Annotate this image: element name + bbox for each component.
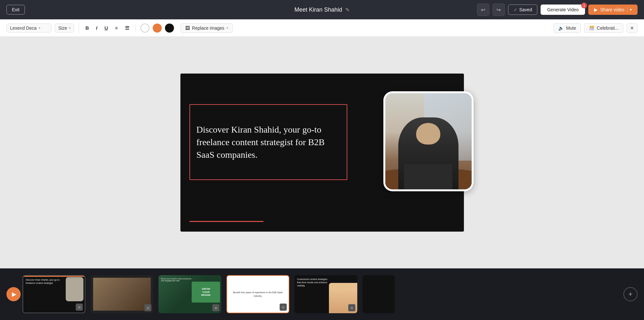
layers-icon-4: ⊞ bbox=[282, 305, 284, 309]
color-black-swatch[interactable] bbox=[165, 24, 174, 33]
layers-icon: ⊞ bbox=[78, 305, 81, 309]
photo-laptop bbox=[404, 164, 452, 189]
top-bar-center: Meet Kiran Shahid ✎ bbox=[294, 6, 350, 13]
thumb-3-photo: Boost your brand's online presence and e… bbox=[159, 275, 221, 313]
celebration-button[interactable]: 🎊 Celebrati... bbox=[584, 23, 623, 33]
top-bar-right: ↩ ↪ ✓ Saved Generate Video 1 ▶ Share vid… bbox=[477, 4, 638, 16]
share-video-button[interactable]: ▶ Share video ▾ bbox=[588, 5, 638, 15]
text-selection-box[interactable]: Discover Kiran Shahid, your go-to freela… bbox=[189, 104, 347, 180]
toolbar: Lexend Deca ▾ Size ▾ B I U ≡ ☰ 🖼 Replace… bbox=[0, 19, 644, 37]
separator-2 bbox=[136, 24, 136, 33]
thumb-1-photo bbox=[66, 277, 83, 301]
thumb-2-content bbox=[91, 275, 153, 313]
share-icon: ▶ bbox=[594, 7, 598, 12]
thumb-4-badge: ⊞ bbox=[280, 304, 287, 311]
thumb-6-content bbox=[362, 275, 395, 313]
slide-main-text: Discover Kiran Shahid, your go-to freela… bbox=[197, 123, 340, 161]
thumbnail-4[interactable]: Benefit from years of experience in the … bbox=[226, 275, 289, 313]
font-selector[interactable]: Lexend Deca ▾ bbox=[6, 24, 52, 33]
text-underline-accent bbox=[189, 221, 264, 222]
thumbnail-strip: ▶ Discover Kiran Shahid, your go-to free… bbox=[0, 268, 644, 320]
thumbnail-5[interactable]: Customized content strategies that drive… bbox=[294, 275, 357, 313]
share-label: Share video bbox=[600, 7, 624, 12]
align-icon: ≡ bbox=[115, 25, 118, 31]
generate-label: Generate Video bbox=[547, 7, 579, 12]
thumb-3-green-text: GROWYOURBRAND bbox=[201, 287, 211, 297]
font-label: Lexend Deca bbox=[10, 25, 37, 31]
size-chevron-down-icon: ▾ bbox=[69, 26, 71, 30]
font-chevron-down-icon: ▾ bbox=[39, 26, 40, 30]
toolbar-right: 🔈 Mute 🎊 Celebrati... ✕ bbox=[553, 23, 638, 33]
replace-chevron-down-icon: ▾ bbox=[226, 26, 228, 30]
celebration-label: Celebrati... bbox=[597, 25, 619, 31]
photo-frame bbox=[383, 91, 474, 191]
mute-icon: 🔈 bbox=[558, 25, 564, 31]
photo-person bbox=[398, 117, 459, 190]
plus-icon: + bbox=[629, 290, 633, 298]
exit-button[interactable]: Exit bbox=[6, 5, 25, 15]
photo-scene bbox=[385, 93, 472, 189]
top-bar-left: Exit bbox=[6, 5, 25, 15]
edit-title-icon[interactable]: ✎ bbox=[345, 7, 350, 13]
color-white-swatch[interactable] bbox=[140, 24, 149, 33]
photo-head bbox=[416, 123, 440, 145]
size-selector[interactable]: Size ▾ bbox=[55, 24, 74, 33]
replace-images-button[interactable]: 🖼 Replace images ▾ bbox=[180, 23, 233, 33]
italic-button[interactable]: I bbox=[94, 24, 99, 32]
check-icon: ✓ bbox=[514, 7, 517, 12]
thumbnail-6[interactable] bbox=[362, 275, 395, 313]
bold-button[interactable]: B bbox=[83, 24, 91, 32]
thumb-1-badge: ⊞ bbox=[76, 304, 83, 311]
photo-inner bbox=[385, 93, 472, 189]
slide-canvas: Discover Kiran Shahid, your go-to freela… bbox=[180, 74, 464, 232]
thumb-2-photo bbox=[93, 278, 151, 311]
thumb-1-text: Discover Kiran Shahid, your go-to freela… bbox=[26, 278, 60, 285]
line-spacing-icon: ☰ bbox=[125, 25, 129, 31]
share-divider bbox=[627, 7, 627, 12]
thumb-5-content: Customized content strategies that drive… bbox=[294, 275, 357, 313]
thumb-5-text: Customized content strategies that drive… bbox=[297, 278, 332, 287]
play-icon: ▶ bbox=[12, 291, 16, 298]
saved-label: Saved bbox=[519, 7, 532, 12]
celebration-icon: 🎊 bbox=[589, 25, 594, 31]
saved-button[interactable]: ✓ Saved bbox=[508, 5, 538, 15]
color-orange-swatch[interactable] bbox=[153, 24, 162, 33]
align-button[interactable]: ≡ bbox=[113, 24, 120, 32]
underline-button[interactable]: U bbox=[102, 24, 110, 32]
generate-video-button[interactable]: Generate Video 1 bbox=[541, 5, 585, 15]
thumb-4-text: Benefit from years of experience in the … bbox=[230, 291, 286, 298]
thumb-3-green-box: GROWYOURBRAND bbox=[192, 282, 220, 303]
notification-badge: 1 bbox=[581, 3, 587, 8]
thumbnail-3[interactable]: Boost your brand's online presence and e… bbox=[159, 275, 221, 313]
layers-icon-5: ⊞ bbox=[351, 306, 353, 310]
line-spacing-button[interactable]: ☰ bbox=[123, 24, 131, 32]
thumb-3-badge: ⊞ bbox=[212, 304, 219, 311]
size-label: Size bbox=[58, 25, 67, 31]
thumb-5-badge: ⊞ bbox=[348, 304, 355, 311]
thumb-3-content: Boost your brand's online presence and e… bbox=[159, 275, 221, 313]
layers-icon-3: ⊞ bbox=[215, 306, 217, 310]
thumb-2-badge: ⊞ bbox=[144, 304, 151, 311]
mute-button[interactable]: 🔈 Mute bbox=[553, 23, 581, 33]
thumbnail-2[interactable]: ⊞ bbox=[91, 275, 153, 313]
undo-button[interactable]: ↩ bbox=[477, 4, 489, 16]
replace-images-label: Replace images bbox=[192, 25, 224, 31]
mute-label: Mute bbox=[566, 25, 576, 31]
canvas-area: Discover Kiran Shahid, your go-to freela… bbox=[0, 37, 644, 268]
redo-button[interactable]: ↪ bbox=[493, 4, 505, 16]
thumbnail-1[interactable]: Discover Kiran Shahid, your go-to freela… bbox=[23, 275, 85, 313]
separator-1 bbox=[79, 24, 79, 33]
image-icon: 🖼 bbox=[185, 25, 190, 31]
share-chevron-down-icon: ▾ bbox=[630, 7, 632, 12]
layers-icon-2: ⊞ bbox=[147, 306, 149, 310]
presentation-title: Meet Kiran Shahid bbox=[294, 6, 342, 13]
play-button[interactable]: ▶ bbox=[6, 287, 21, 301]
top-bar: Exit Meet Kiran Shahid ✎ ↩ ↪ ✓ Saved Gen… bbox=[0, 0, 644, 19]
add-slide-button[interactable]: + bbox=[623, 287, 638, 301]
close-toolbar-button[interactable]: ✕ bbox=[627, 23, 638, 33]
